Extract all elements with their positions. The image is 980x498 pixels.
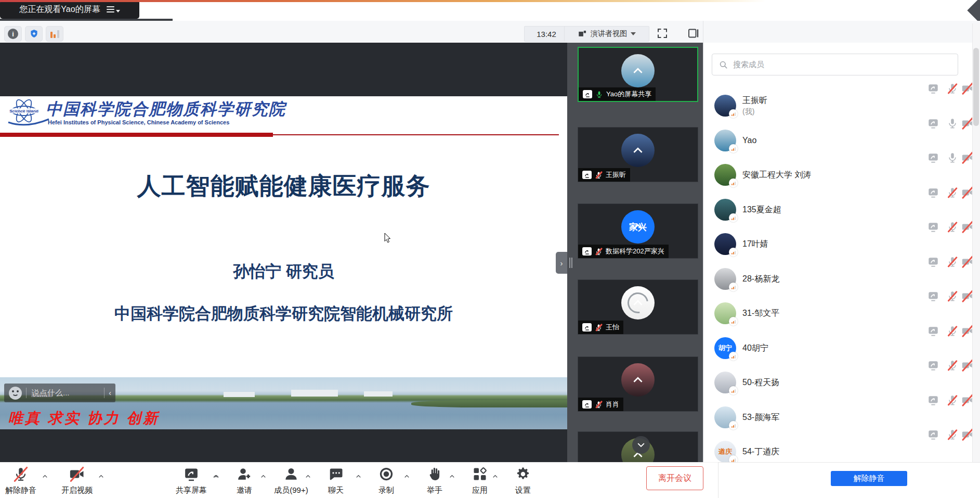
chevron-up-icon[interactable] [631,220,645,234]
shared-slide: Science Island 中国科学院合肥物质科学研究院 Hefei Inst… [0,96,567,429]
video-tile[interactable]: 家兴 数据科学202严家兴 [578,203,698,259]
caret-up-icon[interactable] [449,473,455,480]
slide-presenter: 孙怡宁 研究员 [0,261,567,283]
chat-placeholder[interactable]: 说点什么... [27,388,104,398]
caret-up-icon[interactable] [305,473,311,480]
meeting-clock: 13:42 [524,26,569,42]
screen-share-icon [582,171,592,179]
caret-up-icon[interactable] [260,473,267,480]
leave-meeting-button[interactable]: 离开会议 [646,466,703,490]
splitter-gutter[interactable] [567,43,574,462]
mic-icon[interactable] [947,152,958,163]
caret-up-icon[interactable] [492,473,499,480]
chevron-left-icon[interactable]: ‹ [104,389,115,397]
member-row[interactable]: 遒庆 54-丁遒庆 [703,435,980,462]
network-signal-badge [729,317,738,326]
caret-up-icon[interactable] [403,473,410,480]
splitter-handle[interactable]: › [556,252,567,274]
unmute-all-button[interactable]: 解除静音 [831,471,907,486]
tile-name-label: 肖肖 [578,398,623,411]
caret-up-icon[interactable] [355,473,362,480]
institute-name-en: Hefei Institutes of Physical Science, Ch… [48,119,229,125]
member-avatar [714,406,736,428]
mic-icon[interactable] [947,394,958,406]
security-button[interactable] [25,26,43,42]
member-name: 40胡宁 [742,342,768,353]
participant-avatar [621,134,655,167]
member-name: 50-程天扬 [742,377,779,388]
mic-icon[interactable] [947,187,958,198]
chat-input-overlay[interactable]: 说点什么... ‹ [4,384,115,402]
screen-share-icon [927,256,939,267]
slide-red-line [273,134,559,135]
button-icon [236,466,253,482]
slide-title: 人工智能赋能健康医疗服务 [0,170,567,202]
toolbar-button-start-video[interactable]: 开启视频 [46,466,108,495]
chevron-up-icon[interactable] [631,296,645,310]
mic-icon [595,171,603,180]
network-signal-badge [729,109,738,118]
tile-name-label: 王振昕 [578,168,630,182]
toolbar-button-unmute[interactable]: 解除静音 [0,466,52,495]
member-avatar: 遒庆 [714,441,736,462]
network-signal-badge [729,283,738,291]
screen-share-icon [927,221,939,233]
chevron-up-icon[interactable] [631,144,645,157]
institute-name-cn: 中国科学院合肥物质科学研究院 [46,98,286,120]
member-name: 28-杨新龙 [742,273,779,284]
info-button[interactable]: i [4,26,22,42]
member-search-input[interactable]: 搜索成员 [712,54,958,75]
screen-share-icon [927,118,939,129]
mic-icon[interactable] [947,325,958,337]
mic-icon[interactable] [947,429,958,440]
member-avatar [714,372,736,393]
chevron-up-icon[interactable] [631,64,645,78]
search-placeholder: 搜索成员 [733,60,764,70]
button-icon [515,466,531,482]
members-panel-footer: 解除静音 [718,462,980,498]
button-icon [328,466,344,482]
network-signal-badge [729,213,738,222]
member-name: 53-颜海军 [742,412,779,423]
mic-icon[interactable] [947,290,958,302]
fullscreen-icon[interactable] [656,27,669,40]
watching-screen-pill[interactable]: 您正在观看Yao的屏幕 [0,0,139,19]
video-tile[interactable]: 肖肖 [578,356,698,412]
slide-red-bar [0,133,273,137]
member-name: Yao [742,136,756,145]
view-mode-dropdown[interactable]: 演讲者视图 [564,26,649,42]
top-bar: 您正在观看Yao的屏幕 正在讲话: Yao; [0,0,980,21]
collapse-panel-icon[interactable] [687,27,700,40]
mic-icon [595,323,603,332]
network-quality-button[interactable] [46,26,63,42]
chevron-down-button[interactable] [632,436,650,454]
toolbar-button-settings[interactable]: 设置 [492,466,554,495]
mic-icon[interactable] [947,221,958,233]
mic-icon[interactable] [947,83,958,94]
mic-icon[interactable] [947,118,958,129]
emoji-icon[interactable] [9,387,22,400]
svg-text:Science Island: Science Island [9,109,38,113]
divider [703,21,703,43]
mouse-cursor [384,233,392,244]
shared-screen-top-edge [0,0,766,2]
video-tile[interactable]: 王振昕 [578,127,698,182]
video-tile[interactable]: Yao的屏幕共享 [578,47,698,102]
video-thumbnails-strip: Yao的屏幕共享 王振昕 家兴 数据科学202严家兴 [574,43,703,462]
chevron-up-icon[interactable] [631,373,645,387]
caret-up-icon[interactable] [98,473,104,480]
mic-icon [595,247,603,256]
splitter-grip [569,258,570,268]
hamburger-menu-icon[interactable] [107,6,120,12]
screen-share-icon [927,325,939,337]
mic-icon[interactable] [947,360,958,371]
watching-screen-label: 您正在观看Yao的屏幕 [19,4,100,15]
caret-up-icon[interactable] [213,473,220,480]
layout-icon [578,29,587,39]
video-tile[interactable]: 王怡 [578,279,698,335]
screen-share-icon [582,400,592,408]
mic-icon[interactable] [947,256,958,267]
scrollbar-thumb[interactable] [973,48,979,126]
letterbox-bottom [0,429,567,462]
participant-avatar [621,54,655,87]
